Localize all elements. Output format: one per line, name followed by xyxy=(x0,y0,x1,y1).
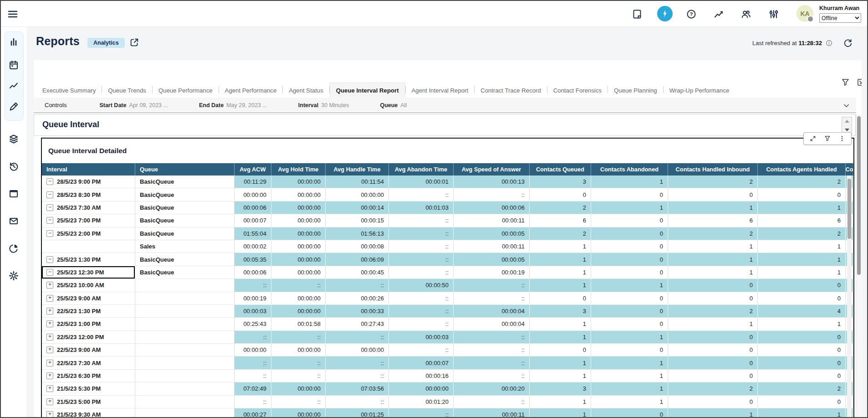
chevron-down-icon[interactable] xyxy=(842,101,851,110)
analytics-badge[interactable]: Analytics xyxy=(87,38,125,48)
sidebar-item-pie-chart[interactable] xyxy=(8,243,19,254)
controls-label[interactable]: Controls xyxy=(45,102,66,108)
interval-value: 22/5/23 12:00 PM xyxy=(57,334,104,341)
tab-queue-planning[interactable]: Queue Planning xyxy=(608,83,663,98)
sidebar-item-history[interactable] xyxy=(8,161,19,172)
card-vertical-scrollbar[interactable] xyxy=(856,114,862,418)
interval-cell: −25/5/23 2:00 PM xyxy=(42,227,135,240)
tab-contact-forensics[interactable]: Contact Forensics xyxy=(547,83,608,98)
queue-interval-detailed-panel: Queue Interval Detailed IntervalQueueAvg… xyxy=(41,138,854,418)
expand-row-icon[interactable]: + xyxy=(46,346,53,353)
status-select[interactable]: Offline xyxy=(819,13,861,23)
control-queue[interactable]: QueueAll xyxy=(380,102,407,108)
hamburger-menu-icon[interactable] xyxy=(7,9,18,20)
more-options-icon[interactable] xyxy=(838,135,846,142)
page-title: Reports xyxy=(36,35,80,48)
collapse-row-icon[interactable]: − xyxy=(46,191,53,198)
tab-agent-status[interactable]: Agent Status xyxy=(283,83,329,98)
interval-cell: +22/5/23 7:30 AM xyxy=(42,356,135,369)
value-cell: 00:05:35 xyxy=(235,253,271,265)
value-cell: :: xyxy=(326,331,389,343)
focus-mode-icon[interactable] xyxy=(809,135,817,142)
expand-row-icon[interactable]: + xyxy=(46,385,53,392)
column-header-contacts-queued[interactable]: Contacts Queued xyxy=(530,163,591,175)
tab-agent-performance[interactable]: Agent Performance xyxy=(219,83,283,98)
sidebar-item-line-chart[interactable] xyxy=(8,80,19,91)
spinner-up-button[interactable] xyxy=(842,117,852,126)
expand-row-icon[interactable]: + xyxy=(46,360,53,366)
sliders-icon[interactable] xyxy=(768,9,779,20)
users-icon[interactable] xyxy=(740,9,751,20)
collapse-row-icon[interactable]: − xyxy=(46,217,53,224)
table-vertical-scrollbar[interactable] xyxy=(847,175,852,418)
value-cell: :: xyxy=(326,396,389,408)
value-cell: 00:00:33 xyxy=(326,305,389,317)
sidebar-item-layers[interactable] xyxy=(8,134,19,144)
value-cell: 00:00:11 xyxy=(454,408,530,418)
table-scrollbar-thumb[interactable] xyxy=(848,179,851,239)
column-header-co[interactable]: Co xyxy=(846,163,853,175)
column-header-interval[interactable]: Interval xyxy=(42,163,135,175)
help-icon[interactable]: ? xyxy=(686,9,697,20)
avatar[interactable]: KA xyxy=(797,5,813,22)
control-label: Queue xyxy=(380,102,398,108)
tab-agent-interval-report[interactable]: Agent Interval Report xyxy=(406,83,475,98)
collapse-row-icon[interactable]: − xyxy=(46,269,53,276)
report-expand-icon[interactable] xyxy=(856,77,862,87)
column-header-queue[interactable]: Queue xyxy=(135,163,235,175)
value-cell: 00:00:07 xyxy=(389,356,454,369)
sidebar-item-window[interactable] xyxy=(8,188,19,199)
refresh-icon[interactable] xyxy=(843,38,853,48)
column-header-contacts-handled-inbound[interactable]: Contacts Handled Inbound xyxy=(668,163,758,175)
column-header-avg-abandon-time[interactable]: Avg Abandon Time xyxy=(389,163,454,175)
expand-row-icon[interactable]: + xyxy=(46,411,53,418)
value-cell: 00:00:05 xyxy=(454,227,530,240)
expand-row-icon[interactable]: + xyxy=(46,372,53,379)
column-header-avg-hold-time[interactable]: Avg Hold Time xyxy=(271,163,326,175)
metrics-icon[interactable] xyxy=(713,9,724,20)
control-end-date[interactable]: End DateMay 29, 2023 ... xyxy=(199,102,267,108)
tab-wrap-up-performance[interactable]: Wrap-Up Performance xyxy=(664,83,735,98)
value-cell: 00:00:01 xyxy=(389,175,454,188)
collapse-row-icon[interactable]: − xyxy=(46,204,53,211)
collapse-row-icon[interactable]: − xyxy=(46,178,53,185)
flash-active-button[interactable] xyxy=(657,6,673,21)
tab-queue-interval-report[interactable]: Queue Interval Report xyxy=(330,83,405,98)
value-cell: 0 xyxy=(758,331,846,343)
control-start-date[interactable]: Start DateApr 09, 2023 ... xyxy=(99,102,168,108)
value-cell: :: xyxy=(454,370,530,382)
value-cell: :: xyxy=(271,370,326,382)
column-header-avg-handle-time[interactable]: Avg Handle Time xyxy=(326,163,389,175)
expand-row-icon[interactable]: + xyxy=(46,295,53,302)
info-icon[interactable] xyxy=(825,39,833,47)
card-scrollbar-thumb[interactable] xyxy=(857,116,861,275)
expand-row-icon[interactable]: + xyxy=(46,398,53,405)
column-header-contacts-agents-handled[interactable]: Contacts Agents Handled xyxy=(758,163,846,175)
column-header-avg-acw[interactable]: Avg ACW xyxy=(235,163,271,175)
external-link-icon[interactable] xyxy=(129,37,139,47)
expand-row-icon[interactable]: + xyxy=(46,308,53,315)
sidebar-item-design[interactable] xyxy=(8,101,19,112)
sidebar-item-calendar[interactable] xyxy=(8,60,19,71)
column-header-contacts-abandoned[interactable]: Contacts Abandoned xyxy=(591,163,668,175)
value-cell: 0 xyxy=(591,266,668,279)
tab-executive-summary[interactable]: Executive Summary xyxy=(36,83,102,98)
collapse-row-icon[interactable]: − xyxy=(46,256,53,263)
sidebar-item-bar-chart-active[interactable] xyxy=(8,36,19,47)
column-header-avg-speed-of-answer[interactable]: Avg Speed of Answer xyxy=(454,163,530,175)
value-cell: 00:01:25 xyxy=(326,408,389,418)
control-interval[interactable]: Interval30 Minutes xyxy=(298,102,349,108)
sidebar-item-mail[interactable] xyxy=(8,216,19,227)
expand-row-icon[interactable]: + xyxy=(46,282,53,289)
expand-row-icon[interactable]: + xyxy=(46,334,53,341)
tab-queue-trends[interactable]: Queue Trends xyxy=(102,83,152,98)
notes-icon[interactable] xyxy=(632,9,643,20)
expand-row-icon[interactable]: + xyxy=(46,320,53,327)
tab-queue-performance[interactable]: Queue Performance xyxy=(153,83,219,98)
filter-icon[interactable] xyxy=(824,135,831,142)
queue-cell: BasicQueue xyxy=(135,214,235,227)
value-cell: 00:06:09 xyxy=(326,253,389,265)
tab-contract-trace-record[interactable]: Contract Trace Record xyxy=(475,83,547,98)
collapse-row-icon[interactable]: − xyxy=(46,230,53,237)
sidebar-item-gear[interactable] xyxy=(8,270,19,281)
